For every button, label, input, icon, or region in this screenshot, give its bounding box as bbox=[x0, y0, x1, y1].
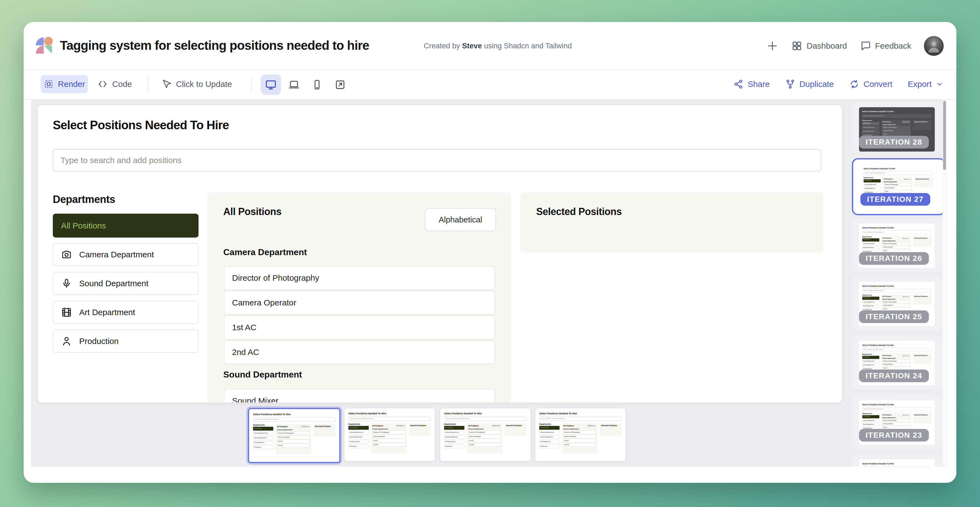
all-positions-heading: All Positions bbox=[223, 206, 282, 218]
mini-departments-heading: Departments bbox=[864, 177, 881, 178]
device-mobile-button[interactable] bbox=[311, 79, 323, 92]
mini-position-row: Camera Operator bbox=[882, 129, 910, 132]
bottom-thumbnail[interactable]: Select Positions Needed To Hire Type to … bbox=[440, 408, 531, 461]
mini-position-row: 1st AC bbox=[882, 133, 910, 136]
department-button-camera[interactable]: Camera Department bbox=[53, 243, 199, 266]
avatar[interactable] bbox=[924, 36, 944, 56]
mini-selected-positions: Selected Positions bbox=[913, 353, 932, 364]
mini-department-button: Camera Department bbox=[862, 126, 879, 129]
mini-search-input: Type to search and add positions bbox=[348, 416, 431, 421]
sidebar-scrollbar-thumb[interactable] bbox=[943, 101, 946, 170]
feedback-button[interactable]: Feedback bbox=[859, 40, 911, 52]
magic-patterns-logo-icon[interactable] bbox=[36, 37, 52, 53]
iteration-card[interactable]: Select Positions Needed To Hire Type to … bbox=[852, 455, 943, 467]
mini-department-button: Camera Department bbox=[862, 419, 879, 422]
selected-positions-panel: Selected Positions bbox=[520, 192, 823, 253]
mini-heading: Select Positions Needed To Hire bbox=[862, 227, 932, 229]
monitor-icon bbox=[265, 79, 277, 91]
bottom-thumbnail[interactable]: Select Positions Needed To Hire Type to … bbox=[535, 408, 626, 461]
search-input[interactable] bbox=[53, 149, 821, 172]
render-tab[interactable]: Render bbox=[41, 75, 88, 93]
mini-department-button: Camera Department bbox=[864, 183, 881, 186]
new-project-button[interactable] bbox=[766, 40, 778, 52]
camera-icon bbox=[61, 249, 72, 260]
mini-department-button: All Positions bbox=[862, 238, 879, 242]
department-button-all-positions[interactable]: All Positions bbox=[53, 214, 199, 238]
sort-alphabetical-button[interactable]: Alphabetical bbox=[425, 208, 496, 231]
convert-icon bbox=[849, 79, 859, 89]
department-button-production[interactable]: Production bbox=[53, 330, 199, 353]
mini-department-button: Sound Department bbox=[862, 130, 879, 133]
iteration-card[interactable]: Select Positions Needed To Hire Type to … bbox=[852, 219, 943, 271]
mini-heading: Select Positions Needed To Hire bbox=[862, 285, 932, 287]
department-button-sound[interactable]: Sound Department bbox=[53, 272, 199, 295]
dashboard-button[interactable]: Dashboard bbox=[791, 40, 847, 52]
mini-departments-heading: Departments bbox=[253, 424, 273, 426]
iteration-card[interactable]: Select Positions Needed To Hire Type to … bbox=[852, 158, 945, 215]
selected-positions-heading: Selected Positions bbox=[536, 206, 622, 218]
mini-departments-heading: Departments bbox=[862, 413, 879, 414]
mini-departments: Departments All Positions Camera Departm… bbox=[253, 424, 273, 454]
iteration-card[interactable]: Select Positions Needed To Hire Type to … bbox=[852, 396, 943, 449]
mini-all-positions: All Positions Alphabetical Camera Depart… bbox=[562, 423, 598, 453]
convert-button[interactable]: Convert bbox=[849, 79, 892, 89]
mini-all-positions-heading: All Positions bbox=[882, 355, 891, 356]
mini-departments-heading: Departments bbox=[862, 119, 879, 121]
mini-selected-positions: Selected Positions bbox=[915, 177, 933, 188]
device-laptop-button[interactable] bbox=[288, 79, 300, 92]
mini-sort-button: Alphabetical bbox=[902, 414, 910, 416]
bottom-thumbnail[interactable]: Select Positions Needed To Hire Type to … bbox=[344, 408, 435, 461]
export-dropdown[interactable]: Export bbox=[908, 79, 944, 89]
iteration-label: ITERATION 26 bbox=[859, 252, 929, 265]
mini-app-preview: Select Positions Needed To Hire Type to … bbox=[535, 408, 625, 461]
mini-heading: Select Positions Needed To Hire bbox=[862, 111, 932, 113]
iteration-sidebar: Select Positions Needed To Hire Type to … bbox=[852, 99, 943, 467]
mini-position-row: Camera Operator bbox=[882, 363, 910, 366]
share-button[interactable]: Share bbox=[733, 79, 770, 89]
mini-group-heading: Camera Department bbox=[372, 428, 405, 430]
mini-sort-button: Alphabetical bbox=[396, 424, 405, 427]
open-preview-button[interactable] bbox=[334, 79, 346, 92]
mini-department-button: Sound Department bbox=[253, 436, 273, 440]
mini-heading: Select Positions Needed To Hire bbox=[348, 412, 431, 415]
share-icon bbox=[733, 79, 744, 89]
bottom-thumbnail-preview: Select Positions Needed To Hire Type to … bbox=[345, 408, 435, 461]
mini-departments: Departments All Positions Camera Departm… bbox=[444, 423, 465, 453]
bottom-thumbnail-preview: Select Positions Needed To Hire Type to … bbox=[249, 409, 339, 462]
device-desktop-button[interactable] bbox=[265, 79, 277, 92]
mini-all-positions-heading: All Positions bbox=[372, 425, 383, 427]
mini-heading: Select Positions Needed To Hire bbox=[444, 412, 527, 415]
mini-position-row: Director of Photography bbox=[882, 360, 910, 362]
mini-department-button: Art Department bbox=[539, 440, 560, 444]
bottom-thumbnail-preview: Select Positions Needed To Hire Type to … bbox=[440, 408, 530, 461]
mini-department-button: All Positions bbox=[253, 427, 273, 431]
mini-position-row: 1st AC bbox=[563, 439, 596, 442]
iteration-card[interactable]: Select Positions Needed To Hire Type to … bbox=[852, 277, 943, 331]
mini-department-button: All Positions bbox=[862, 122, 879, 126]
mini-selected-positions: Selected Positions bbox=[913, 119, 932, 130]
duplicate-button[interactable]: Duplicate bbox=[785, 79, 834, 89]
mini-departments-heading: Departments bbox=[862, 294, 879, 296]
position-item[interactable]: 1st AC bbox=[224, 315, 495, 340]
department-button-art[interactable]: Art Department bbox=[53, 301, 199, 324]
laptop-icon bbox=[288, 79, 300, 91]
click-to-update-button[interactable]: Click to Update bbox=[161, 75, 232, 93]
mini-sort-button: Alphabetical bbox=[300, 425, 310, 428]
mini-columns: Departments All Positions Camera Departm… bbox=[348, 423, 431, 453]
iteration-card[interactable]: Select Positions Needed To Hire Type to … bbox=[852, 102, 943, 152]
mini-search-input: Type to search and add positions bbox=[864, 171, 933, 175]
mini-selected-positions: Selected Positions bbox=[913, 294, 932, 305]
position-item[interactable]: Director of Photography bbox=[224, 266, 495, 290]
mini-selected-positions: Selected Positions bbox=[913, 413, 932, 423]
bottom-thumbnail[interactable]: Select Positions Needed To Hire Type to … bbox=[248, 408, 340, 463]
mini-heading: Select Positions Needed To Hire bbox=[862, 344, 932, 346]
position-item[interactable]: Camera Operator bbox=[224, 291, 495, 315]
position-item[interactable]: Sound Mixer bbox=[224, 389, 495, 402]
mini-group-heading: Camera Department bbox=[884, 181, 912, 182]
code-tab[interactable]: Code bbox=[97, 75, 132, 93]
position-item[interactable]: 2nd AC bbox=[224, 340, 495, 364]
mini-columns: Departments All Positions Camera Departm… bbox=[253, 424, 336, 454]
iteration-card[interactable]: Select Positions Needed To Hire Type to … bbox=[852, 336, 943, 389]
iteration-label: ITERATION 28 bbox=[859, 136, 929, 148]
mini-departments-heading: Departments bbox=[862, 236, 879, 238]
